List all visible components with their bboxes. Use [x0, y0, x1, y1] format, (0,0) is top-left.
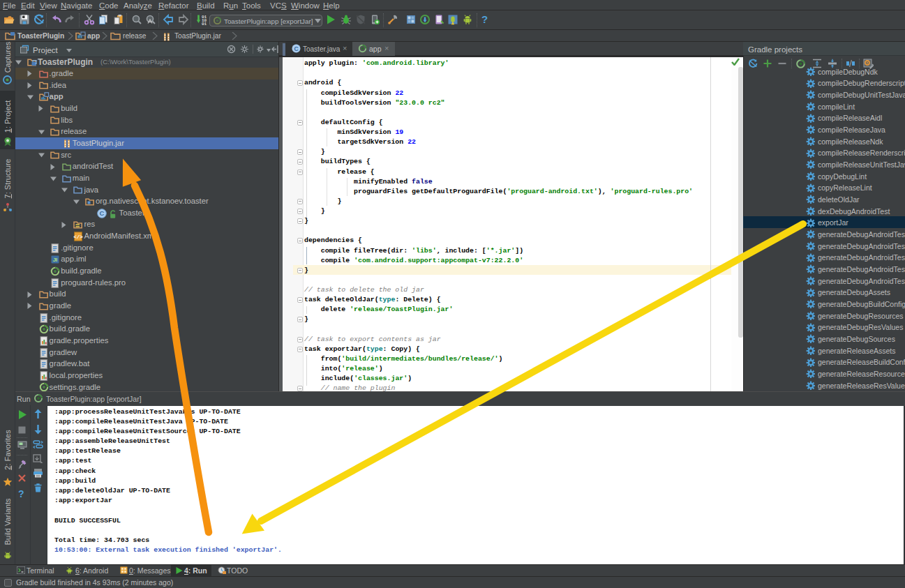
svg-text:C: C: [99, 209, 104, 217]
svg-text:JI: JI: [53, 257, 58, 263]
svg-text:C: C: [294, 45, 298, 52]
svg-text:</>: </>: [74, 234, 84, 240]
svg-text:01: 01: [202, 22, 207, 26]
